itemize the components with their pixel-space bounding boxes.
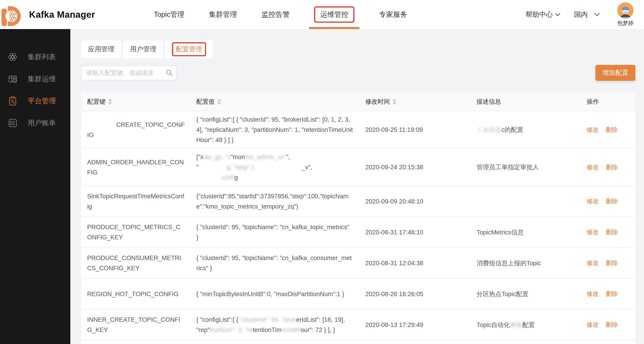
sidebar-item-label: 平台管理 — [28, 96, 56, 106]
user-menu[interactable]: 包梦婷 — [617, 2, 634, 27]
delete-link[interactable]: 删除 — [606, 126, 618, 133]
delete-link[interactable]: 删除 — [606, 290, 618, 297]
avatar[interactable] — [617, 2, 634, 18]
config-key-cell: PRODUCE_TOPIC_METRICS_CONFIG_KEY — [81, 222, 192, 242]
edit-link[interactable]: 修改 — [586, 290, 599, 297]
config-key-cell: INNER_CREATE_TOPIC_CONFIG_KEY — [81, 314, 192, 335]
nav-item-专家服务[interactable]: 专家服务 — [367, 0, 419, 29]
cell-text: ", — [286, 154, 290, 160]
sort-arrows[interactable] — [108, 99, 112, 105]
cell-text: "mon — [230, 154, 245, 160]
cell-text: {"clusterId":95,"startId":37397856,"step… — [196, 193, 348, 210]
nav-item-运维管控[interactable]: 运维管控 — [302, 0, 367, 29]
annotation-box: 配置管理 — [172, 42, 206, 56]
cell-text: ["x — [196, 154, 203, 160]
page-body: 集群列表$集群运维平台管理用户账单 应用管理用户管理配置管理 增加配置 配置键配… — [0, 29, 644, 344]
cell-text: 配置 — [522, 321, 535, 328]
description-cell: 消费组信息上报的Topic — [472, 258, 581, 268]
chevron-down-icon — [555, 13, 560, 16]
actions-cell: 修改删除 — [581, 196, 636, 206]
kafka-manager-logo[interactable] — [0, 2, 23, 28]
tab-配置管理[interactable]: 配置管理 — [165, 40, 213, 58]
header-right: 帮助中心 国内 包梦婷 — [526, 2, 644, 27]
cell-text: PRODUCE_TOPIC_METRICS_CONFIG_KEY — [87, 224, 180, 241]
actions-cell: 修改删除 — [581, 320, 636, 330]
help-center-label: 帮助中心 — [526, 10, 553, 19]
cell-text: { "configList":[ { — [196, 316, 240, 323]
column-label: 配置键 — [87, 98, 106, 106]
redacted-text: 审批 — [510, 321, 522, 328]
cell-text: 管理员工单指定审批人 — [476, 164, 539, 171]
actions-cell: 修改删除 — [581, 227, 636, 237]
edit-link[interactable]: 修改 — [586, 164, 599, 171]
annotation-box: 运维管控 — [314, 6, 354, 23]
search-input[interactable] — [81, 65, 176, 80]
sort-arrows[interactable] — [218, 99, 221, 105]
sidebar-item-label: 集群列表 — [28, 52, 56, 62]
add-config-button[interactable]: 增加配置 — [596, 65, 636, 81]
table-body: XXXXXXXCREATE_TOPIC_CONFIG{ "configList"… — [81, 111, 636, 344]
toolbar: 增加配置 — [81, 65, 636, 81]
main-content: 应用管理用户管理配置管理 增加配置 配置键配置值修改时间描述信息操作 XXXXX… — [70, 29, 644, 344]
cell-text: tentionTim — [252, 326, 282, 333]
tab-label: 用户管理 — [130, 45, 156, 54]
sidebar-item-集群运维[interactable]: $集群运维 — [0, 68, 70, 90]
edit-link[interactable]: 修改 — [586, 260, 599, 266]
cell-text: { "clusterId": 95, "topicName": "cn_kafk… — [196, 254, 352, 272]
delete-link[interactable]: 删除 — [606, 198, 618, 205]
cell-text: g — [234, 174, 238, 181]
cluster-ops-icon: $ — [8, 74, 18, 84]
cell-text: { "clusterId": 95, "topicName": "cn_kafk… — [196, 224, 351, 241]
region-menu[interactable]: 国内 — [574, 10, 600, 19]
modify-time-cell: 2020-09-09 20:48:10 — [360, 196, 472, 206]
nav-item-监控告警[interactable]: 监控告警 — [249, 0, 302, 29]
edit-link[interactable]: 修改 — [586, 126, 599, 133]
edit-link[interactable]: 修改 — [586, 198, 599, 205]
tab-用户管理[interactable]: 用户管理 — [123, 40, 163, 58]
config-key-cell: PRODUCE_CONSUMER_METRICS_CONFIG_KEY — [81, 253, 192, 273]
tab-应用管理[interactable]: 应用管理 — [81, 40, 121, 58]
actions-cell: 修改删除 — [581, 162, 636, 172]
cell-text: _v", — [302, 164, 312, 171]
table-row: REGION_HOT_TOPIC_CONFIG{ "minTopicBytesI… — [81, 279, 636, 310]
config-value-cell: { "minTopicBytesInUnitB":0, "maxDisParti… — [192, 289, 360, 299]
sub-tabs: 应用管理用户管理配置管理 — [81, 40, 636, 58]
search-icon[interactable] — [166, 69, 173, 76]
description-cell: 分区热点Topic配置 — [472, 289, 581, 299]
app-title: Kafka Manager — [29, 10, 95, 20]
cell-text: { "minTopicBytesInUnitB":0, "maxDisParti… — [196, 290, 344, 298]
edit-link[interactable]: 修改 — [586, 321, 599, 328]
table-row: SinkTopicRequestTimeMetricsConfig{"clust… — [81, 186, 636, 217]
cell-text: TopicMetrics信息 — [476, 229, 524, 236]
config-value-cell: { "clusterId": 95, "topicName": "cn_kafk… — [192, 253, 360, 273]
sidebar: 集群列表$集群运维平台管理用户账单 — [0, 29, 70, 344]
delete-link[interactable]: 删除 — [606, 260, 618, 266]
cell-text: " — [196, 164, 198, 171]
tab-label: 应用管理 — [88, 45, 114, 54]
cell-text: erIdList": [18, 19], — [296, 316, 345, 323]
redacted-text: eUnitH — [282, 326, 301, 333]
description-cell: Topic自动化审批配置 — [472, 320, 581, 330]
sidebar-item-用户账单[interactable]: 用户账单 — [0, 112, 70, 134]
redacted-text: licaNum": 3, "re — [210, 326, 252, 333]
platform-manage-icon — [8, 96, 18, 106]
delete-link[interactable]: 删除 — [606, 164, 618, 171]
cell-text: INNER_CREATE_TOPIC_CONFIG_KEY — [87, 316, 180, 333]
redacted-text: itor_admin_xx" — [245, 154, 286, 160]
cell-text: c的配置 — [502, 126, 523, 133]
delete-link[interactable]: 删除 — [606, 321, 618, 328]
delete-link[interactable]: 删除 — [606, 229, 618, 236]
nav-item-Topic管理[interactable]: Topic管理 — [142, 0, 196, 29]
sidebar-item-集群列表[interactable]: 集群列表 — [0, 46, 70, 68]
nav-item-label: 集群管理 — [209, 10, 237, 19]
search-box — [81, 65, 176, 80]
edit-link[interactable]: 修改 — [586, 229, 599, 236]
cell-text: 消费组信息上报的Topic — [476, 260, 541, 266]
description-cell: 管理员工单指定审批人 — [472, 162, 581, 172]
modify-time-cell: 2020-08-31 17:48:10 — [360, 227, 472, 237]
user-name: 包梦婷 — [617, 20, 634, 27]
sort-arrows[interactable] — [392, 99, 396, 105]
nav-item-集群管理[interactable]: 集群管理 — [196, 0, 249, 29]
sidebar-item-平台管理[interactable]: 平台管理 — [0, 90, 70, 112]
help-center-menu[interactable]: 帮助中心 — [526, 10, 560, 19]
